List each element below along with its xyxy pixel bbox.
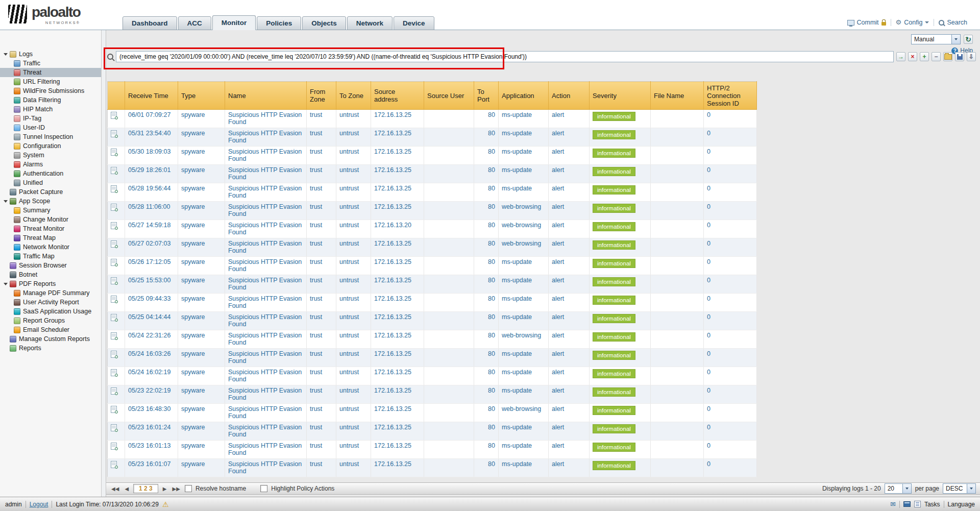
application-value[interactable]: ms-update bbox=[502, 166, 532, 174]
application-value[interactable]: ms-update bbox=[502, 313, 532, 321]
tab-monitor[interactable]: Monitor bbox=[212, 15, 256, 30]
to-zone-value[interactable]: untrust bbox=[339, 277, 359, 284]
name-value[interactable]: Suspicious HTTP Evasion Found bbox=[228, 185, 302, 199]
type-value[interactable]: spyware bbox=[181, 332, 205, 339]
sidebar-item-email-scheduler[interactable]: Email Scheduler bbox=[0, 325, 101, 334]
next-page-icon[interactable]: ▶ bbox=[162, 486, 168, 492]
tab-objects[interactable]: Objects bbox=[302, 16, 346, 30]
name-value[interactable]: Suspicious HTTP Evasion Found bbox=[228, 258, 302, 273]
http2-session-id-value[interactable]: 0 bbox=[707, 313, 710, 321]
source-address-value[interactable]: 172.16.13.25 bbox=[374, 332, 411, 339]
source-address-value[interactable]: 172.16.13.25 bbox=[374, 424, 411, 431]
http2-session-id-value[interactable]: 0 bbox=[707, 130, 710, 137]
sidebar-item-tunnel-inspection[interactable]: Tunnel Inspection bbox=[0, 132, 101, 141]
source-address-value[interactable]: 172.16.13.25 bbox=[374, 148, 411, 155]
application-value[interactable]: ms-update bbox=[502, 387, 532, 394]
application-value[interactable]: ms-update bbox=[502, 111, 532, 118]
to-port-value[interactable]: 80 bbox=[488, 424, 495, 431]
log-filter-input[interactable] bbox=[116, 51, 894, 62]
sidebar-item-packet-capture[interactable]: Packet Capture bbox=[0, 187, 101, 197]
window-icon[interactable] bbox=[903, 501, 911, 507]
application-value[interactable]: ms-update bbox=[502, 350, 532, 357]
sort-order-select[interactable]: DESC bbox=[943, 483, 976, 494]
type-value[interactable]: spyware bbox=[181, 203, 205, 210]
action-value[interactable]: alert bbox=[552, 387, 564, 394]
receive-time-value[interactable]: 05/23 16:01:07 bbox=[128, 460, 170, 468]
http2-session-id-value[interactable]: 0 bbox=[707, 240, 710, 247]
receive-time-value[interactable]: 05/23 16:01:24 bbox=[128, 424, 170, 431]
name-value[interactable]: Suspicious HTTP Evasion Found bbox=[228, 111, 302, 126]
type-value[interactable]: spyware bbox=[181, 148, 205, 155]
to-zone-value[interactable]: untrust bbox=[339, 258, 359, 265]
application-value[interactable]: ms-update bbox=[502, 442, 532, 449]
sidebar-item-botnet[interactable]: Botnet bbox=[0, 270, 101, 279]
name-value[interactable]: Suspicious HTTP Evasion Found bbox=[228, 332, 302, 346]
tab-device[interactable]: Device bbox=[394, 16, 434, 30]
application-value[interactable]: ms-update bbox=[502, 277, 532, 284]
receive-time-value[interactable]: 05/24 22:31:26 bbox=[128, 332, 170, 339]
name-value[interactable]: Suspicious HTTP Evasion Found bbox=[228, 295, 302, 309]
sidebar-item-alarms[interactable]: Alarms bbox=[0, 160, 101, 169]
log-detail-icon[interactable] bbox=[111, 167, 117, 174]
to-port-value[interactable]: 80 bbox=[488, 148, 495, 155]
column-header-severity[interactable]: Severity bbox=[590, 82, 651, 110]
sidebar-item-change-monitor[interactable]: Change Monitor bbox=[0, 215, 101, 224]
highlight-policy-actions-checkbox[interactable] bbox=[260, 485, 267, 492]
name-value[interactable]: Suspicious HTTP Evasion Found bbox=[228, 240, 302, 254]
from-zone-value[interactable]: trust bbox=[310, 222, 322, 229]
action-value[interactable]: alert bbox=[552, 240, 564, 247]
name-value[interactable]: Suspicious HTTP Evasion Found bbox=[228, 405, 302, 420]
from-zone-value[interactable]: trust bbox=[310, 424, 322, 431]
commit-button[interactable]: Commit bbox=[843, 19, 891, 26]
from-zone-value[interactable]: trust bbox=[310, 240, 322, 247]
sidebar-item-configuration[interactable]: Configuration bbox=[0, 141, 101, 151]
receive-time-value[interactable]: 05/30 18:09:03 bbox=[128, 148, 170, 155]
messages-icon[interactable]: ✉ bbox=[890, 501, 896, 507]
receive-time-value[interactable]: 05/25 15:53:00 bbox=[128, 277, 170, 284]
sidebar-item-ip-tag[interactable]: IP-Tag bbox=[0, 114, 101, 123]
source-address-value[interactable]: 172.16.13.25 bbox=[374, 460, 411, 468]
log-detail-icon[interactable] bbox=[111, 351, 117, 358]
tab-network[interactable]: Network bbox=[347, 16, 393, 30]
from-zone-value[interactable]: trust bbox=[310, 111, 322, 118]
receive-time-value[interactable]: 05/28 11:06:00 bbox=[128, 203, 170, 210]
type-value[interactable]: spyware bbox=[181, 369, 205, 376]
application-value[interactable]: ms-update bbox=[502, 130, 532, 137]
log-detail-icon[interactable] bbox=[111, 112, 117, 119]
action-value[interactable]: alert bbox=[552, 222, 564, 229]
source-address-value[interactable]: 172.16.13.25 bbox=[374, 111, 411, 118]
column-header-source-user[interactable]: Source User bbox=[424, 82, 474, 110]
column-header-detail[interactable] bbox=[108, 82, 125, 110]
to-zone-value[interactable]: untrust bbox=[339, 111, 359, 118]
application-value[interactable]: web-browsing bbox=[502, 332, 541, 339]
log-detail-icon[interactable] bbox=[111, 406, 117, 413]
log-detail-icon[interactable] bbox=[111, 332, 117, 339]
source-address-value[interactable]: 172.16.13.25 bbox=[374, 350, 411, 357]
application-value[interactable]: web-browsing bbox=[502, 222, 541, 229]
from-zone-value[interactable]: trust bbox=[310, 203, 322, 210]
application-value[interactable]: web-browsing bbox=[502, 203, 541, 210]
to-port-value[interactable]: 80 bbox=[488, 240, 495, 247]
type-value[interactable]: spyware bbox=[181, 130, 205, 137]
receive-time-value[interactable]: 05/25 04:14:44 bbox=[128, 313, 170, 321]
receive-time-value[interactable]: 05/26 17:12:05 bbox=[128, 258, 170, 265]
log-detail-icon[interactable] bbox=[111, 443, 117, 450]
from-zone-value[interactable]: trust bbox=[310, 166, 322, 174]
http2-session-id-value[interactable]: 0 bbox=[707, 148, 710, 155]
action-value[interactable]: alert bbox=[552, 111, 564, 118]
log-detail-icon[interactable] bbox=[111, 185, 117, 192]
expand-caret-icon[interactable] bbox=[4, 283, 8, 285]
sidebar-item-unified[interactable]: Unified bbox=[0, 178, 101, 187]
application-value[interactable]: ms-update bbox=[502, 258, 532, 265]
sidebar-item-traffic-map[interactable]: Traffic Map bbox=[0, 252, 101, 261]
sidebar-scrollbar[interactable] bbox=[102, 30, 106, 497]
refresh-mode-select[interactable]: Manual bbox=[911, 34, 961, 44]
tab-policies[interactable]: Policies bbox=[257, 16, 301, 30]
to-port-value[interactable]: 80 bbox=[488, 350, 495, 357]
receive-time-value[interactable]: 05/27 02:07:03 bbox=[128, 240, 170, 247]
to-port-value[interactable]: 80 bbox=[488, 258, 495, 265]
search-button[interactable]: Search bbox=[934, 19, 972, 26]
column-header-to-port[interactable]: To Port bbox=[474, 82, 499, 110]
http2-session-id-value[interactable]: 0 bbox=[707, 405, 710, 412]
to-zone-value[interactable]: untrust bbox=[339, 203, 359, 210]
